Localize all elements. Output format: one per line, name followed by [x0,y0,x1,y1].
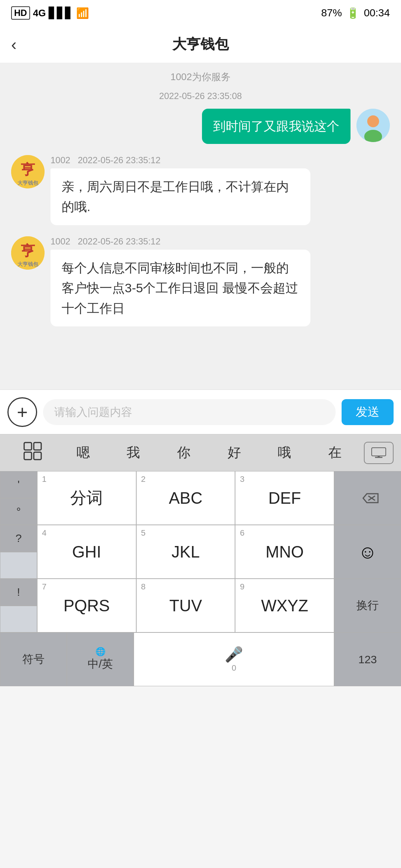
key-degree[interactable]: ° [0,498,37,525]
key-6-mno[interactable]: 6 MNO [235,525,334,579]
key-left-col-1: ' ° [0,471,37,525]
quick-word-5[interactable]: 哦 [260,444,310,462]
key-question[interactable]: ? [0,525,37,552]
agent-bubble-1: 亲，周六周日不是工作日哦，不计算在内的哦. [50,168,310,225]
battery-icon: 🔋 [346,7,359,19]
svg-rect-12 [34,452,41,460]
network-label: 4G [33,7,46,19]
key-exclaim[interactable]: ! [0,579,37,606]
keyboard-hide-button[interactable] [364,442,394,464]
key-empty-2 [0,552,37,579]
num-key[interactable]: 123 [334,632,401,686]
user-avatar-svg [356,109,390,142]
mic-icon: 🎤 [225,646,243,663]
quick-word-3[interactable]: 你 [159,444,209,462]
globe-icon: 🌐 [95,647,105,657]
time-label: 00:34 [364,7,390,19]
lang-label: 中/英 [88,657,113,672]
keyboard: ' ° 1 分词 2 ABC 3 DEF ? [0,471,401,686]
grid-icon[interactable] [7,442,58,464]
key-1-fenci[interactable]: 1 分词 [37,471,136,525]
key-5-jkl[interactable]: 5 JKL [136,525,235,579]
timestamp-1: 2022-05-26 23:35:08 [11,91,390,101]
input-area: + 发送 [0,389,401,434]
quick-word-4[interactable]: 好 [209,444,260,462]
svg-rect-13 [372,448,386,456]
agent-bubble-2: 每个人信息不同审核时间也不同，一般的客户快一点3-5个工作日退回 最慢不会超过十… [50,250,310,326]
user-bubble: 到时间了又跟我说这个 [202,109,351,144]
agent-message-row-2: 亨 大亨钱包 1002 2022-05-26 23:35:12 每个人信息不同审… [11,236,390,326]
wifi-icon: 📶 [76,7,89,19]
key-left-col-3: ! [0,579,37,632]
plus-button[interactable]: + [7,397,37,427]
chat-container[interactable]: 1002为你服务 2022-05-26 23:35:08 到时间了又跟我说这个 … [0,63,401,389]
svg-marker-15 [363,494,378,503]
agent-meta-1: 1002 2022-05-26 23:35:12 [50,155,310,165]
header: ‹ 大亨钱包 [0,26,401,63]
quick-word-6[interactable]: 在 [310,444,360,462]
service-info: 1002为你服务 [11,70,390,83]
key-left-col-2: ? [0,525,37,579]
agent-meta-2: 1002 2022-05-26 23:35:12 [50,236,310,247]
svg-rect-9 [24,443,32,450]
key-2-abc[interactable]: 2 ABC [136,471,235,525]
backspace-key[interactable] [334,471,401,525]
user-avatar [356,109,390,142]
svg-text:大亨钱包: 大亨钱包 [17,180,39,186]
space-key[interactable]: 🎤 0 [134,632,334,686]
key-7-pqrs[interactable]: 7 PQRS [37,579,136,632]
key-8-tuv[interactable]: 8 TUV [136,579,235,632]
status-bar: HD 4G ▋▋▋ 📶 87% 🔋 00:34 [0,0,401,26]
space-number: 0 [232,663,236,673]
agent-msg-block-2: 1002 2022-05-26 23:35:12 每个人信息不同审核时间也不同，… [50,236,310,326]
quick-word-2[interactable]: 我 [108,444,159,462]
signal-icon: ▋▋▋ [49,7,73,19]
page-title: 大亨钱包 [172,35,229,54]
back-button[interactable]: ‹ [11,35,17,54]
key-4-ghi[interactable]: 4 GHI [37,525,136,579]
svg-point-1 [367,115,379,127]
agent-message-row-1: 亨 大亨钱包 1002 2022-05-26 23:35:12 亲，周六周日不是… [11,155,390,225]
svg-rect-10 [34,443,41,450]
hd-label: HD [11,6,30,20]
quick-bar: 嗯 我 你 好 哦 在 [0,434,401,471]
key-9-wxyz[interactable]: 9 WXYZ [235,579,334,632]
battery-percent: 87% [321,7,342,19]
svg-rect-11 [24,452,32,460]
key-empty-3 [0,606,37,633]
status-left: HD 4G ▋▋▋ 📶 [11,6,89,20]
user-message-row: 到时间了又跟我说这个 [11,109,390,144]
emoji-key[interactable]: ☺ [334,525,401,579]
agent-avatar-2: 亨 大亨钱包 [11,236,45,270]
key-apostrophe[interactable]: ' [0,471,37,498]
svg-text:亨: 亨 [21,243,35,259]
svg-text:亨: 亨 [21,162,35,177]
key-3-def[interactable]: 3 DEF [235,471,334,525]
lang-key[interactable]: 🌐 中/英 [67,632,134,686]
agent-avatar-svg-1: 亨 大亨钱包 [11,155,45,188]
enter-key[interactable]: 换行 [334,579,401,632]
svg-text:大亨钱包: 大亨钱包 [17,261,39,267]
agent-avatar-svg-2: 亨 大亨钱包 [11,236,45,270]
agent-msg-block-1: 1002 2022-05-26 23:35:12 亲，周六周日不是工作日哦，不计… [50,155,310,225]
send-button[interactable]: 发送 [342,399,394,425]
chat-input[interactable] [43,399,336,425]
status-right: 87% 🔋 00:34 [321,7,390,19]
symbol-key[interactable]: 符号 [0,632,67,686]
quick-word-1[interactable]: 嗯 [58,444,108,462]
keyboard-bottom-row: 符号 🌐 中/英 🎤 0 123 [0,632,401,686]
agent-avatar-1: 亨 大亨钱包 [11,155,45,188]
